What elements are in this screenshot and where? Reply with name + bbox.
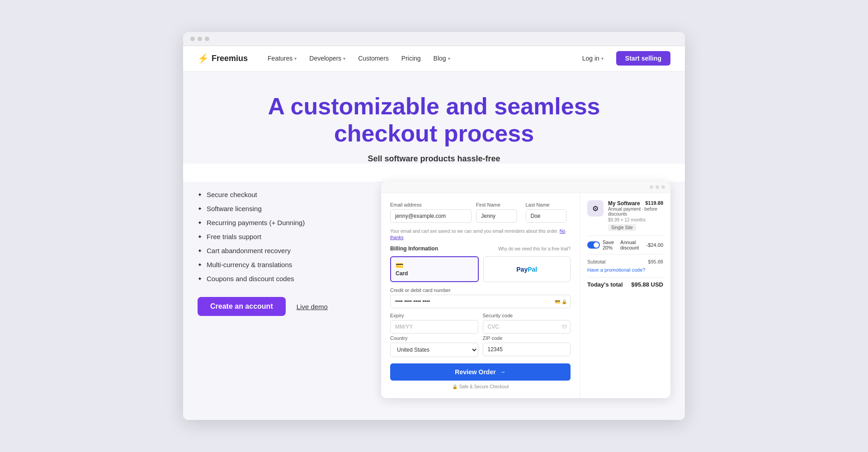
feature-cart-abandonment: ✦ Cart abandonment recovery (198, 247, 363, 254)
first-name-input[interactable] (476, 209, 517, 223)
country-label: Country (390, 335, 478, 341)
diamond-icon: ✦ (198, 192, 202, 198)
total-value: $95.88 USD (631, 281, 663, 288)
hero-section: A customizable and seamless checkout pro… (183, 71, 685, 164)
diamond-icon: ✦ (198, 234, 202, 240)
mockup-dot (650, 185, 653, 189)
mockup-dot (661, 185, 665, 189)
product-name: My Software (608, 200, 640, 207)
why-link[interactable]: Why do we need this for a free trial? (498, 246, 571, 251)
checkout-mockup: Email address First Name Last Name (381, 182, 670, 398)
discount-type: Annual discount (620, 240, 644, 250)
discount-label: Save 20% (603, 240, 618, 250)
security-label: Security code (483, 313, 571, 318)
annual-discount-toggle[interactable] (587, 241, 600, 249)
expiry-label: Expiry (390, 313, 478, 318)
security-group: Security code 🛡 (483, 313, 571, 334)
nav-pricing[interactable]: Pricing (396, 52, 426, 65)
product-desc: Annual payment · before discounts (608, 207, 663, 217)
browser-window: ⚡ Freemius Features ▾ Developers ▾ Custo… (183, 32, 685, 420)
first-name-group: First Name (476, 202, 521, 223)
browser-dot-1 (190, 37, 195, 41)
product-price: $119.88 (645, 200, 663, 206)
hero-title: A customizable and seamless checkout pro… (262, 93, 606, 147)
card-number-group: Credit or debit card number 💳 🔒 (390, 287, 571, 308)
feature-coupons: ✦ Coupons and discount codes (198, 275, 363, 282)
paypal-payment-option[interactable]: PayPal (483, 256, 571, 282)
no-thanks-link[interactable]: No thanks (390, 229, 566, 240)
cta-row: Create an account Live demo (198, 297, 363, 316)
country-zip-row: Country United States ZIP code (390, 335, 571, 357)
promo-link[interactable]: Have a promotional code? (587, 267, 663, 273)
card-label: Card (396, 270, 473, 277)
email-group: Email address (390, 202, 472, 223)
expiry-security-row: Expiry Security code 🛡 (390, 313, 571, 334)
email-input[interactable] (390, 209, 472, 223)
logo-text: Freemius (212, 54, 248, 63)
diamond-icon: ✦ (198, 248, 202, 254)
feature-recurring-payments: ✦ Recurring payments (+ Dunning) (198, 219, 363, 226)
feature-free-trials: ✦ Free trials support (198, 233, 363, 240)
card-number-input[interactable] (390, 295, 571, 308)
chevron-down-icon: ▾ (601, 56, 604, 61)
diamond-icon: ✦ (198, 220, 202, 226)
credit-card-icon: 💳 (396, 262, 473, 269)
last-name-group: Last Name (526, 202, 571, 223)
product-info: My Software $119.88 Annual payment · bef… (608, 200, 663, 231)
discount-amount: -$24.00 (646, 242, 663, 248)
feature-secure-checkout: ✦ Secure checkout (198, 191, 363, 198)
navbar: ⚡ Freemius Features ▾ Developers ▾ Custo… (183, 46, 685, 71)
billing-header: Billing Information Why do we need this … (390, 245, 571, 252)
expiry-group: Expiry (390, 313, 478, 334)
review-order-button[interactable]: Review Order → (390, 363, 571, 381)
nav-logo[interactable]: ⚡ Freemius (198, 53, 248, 64)
country-select[interactable]: United States (390, 343, 478, 357)
paypal-logo: PayPal (516, 266, 537, 273)
mockup-bar (381, 182, 670, 193)
expiry-input[interactable] (390, 320, 478, 334)
checkout-form: Email address First Name Last Name (381, 193, 580, 398)
subtotal-label: Subtotal (587, 259, 605, 264)
product-icon: ⚙ (587, 200, 604, 217)
last-name-label: Last Name (526, 202, 571, 207)
subtotal-line: Subtotal $95.88 (587, 259, 663, 264)
email-hint: Your email and cart are saved so we can … (390, 228, 571, 241)
diamond-icon: ✦ (198, 276, 202, 282)
subtotal-value: $95.88 (648, 259, 663, 264)
nav-blog[interactable]: Blog ▾ (428, 52, 456, 65)
discount-row: Save 20% Annual discount -$24.00 (587, 235, 663, 254)
diamond-icon: ✦ (198, 262, 202, 268)
card-number-wrap: 💳 🔒 (390, 295, 571, 308)
total-line: Today's total $95.88 USD (587, 277, 663, 288)
security-input[interactable] (483, 320, 571, 334)
total-label: Today's total (587, 281, 623, 288)
product-row: ⚙ My Software $119.88 Annual payment · b… (587, 200, 663, 231)
login-button[interactable]: Log in ▾ (575, 52, 611, 65)
card-number-label: Credit or debit card number (390, 287, 571, 293)
live-demo-button[interactable]: Live demo (297, 303, 328, 311)
product-meta: $9.99 × 12 months (608, 217, 663, 222)
feature-software-licensing: ✦ Software licensing (198, 205, 363, 212)
create-account-button[interactable]: Create an account (198, 297, 286, 316)
browser-dot-3 (205, 37, 209, 41)
zip-label: ZIP code (483, 335, 571, 341)
logo-icon: ⚡ (198, 53, 209, 64)
browser-bar (183, 32, 685, 46)
hero-subtitle: Sell software products hassle-free (198, 154, 670, 164)
order-summary: ⚙ My Software $119.88 Annual payment · b… (580, 193, 670, 398)
chevron-down-icon: ▾ (448, 56, 450, 61)
nav-customers[interactable]: Customers (353, 52, 394, 65)
card-payment-option[interactable]: 💳 Card (390, 256, 479, 282)
zip-input[interactable] (483, 343, 571, 356)
browser-dot-2 (198, 37, 202, 41)
nav-features[interactable]: Features ▾ (262, 52, 302, 65)
payment-options: 💳 Card PayPal (390, 256, 571, 282)
lock-icon: 🔒 (452, 384, 458, 389)
last-name-input[interactable] (526, 209, 566, 223)
start-selling-button[interactable]: Start selling (616, 51, 670, 66)
card-icons: 💳 🔒 (555, 299, 567, 304)
nav-actions: Log in ▾ Start selling (575, 51, 670, 66)
nav-developers[interactable]: Developers ▾ (304, 52, 351, 65)
site-tag: Single Site (608, 224, 636, 231)
shield-icon: 🛡 (562, 324, 567, 330)
